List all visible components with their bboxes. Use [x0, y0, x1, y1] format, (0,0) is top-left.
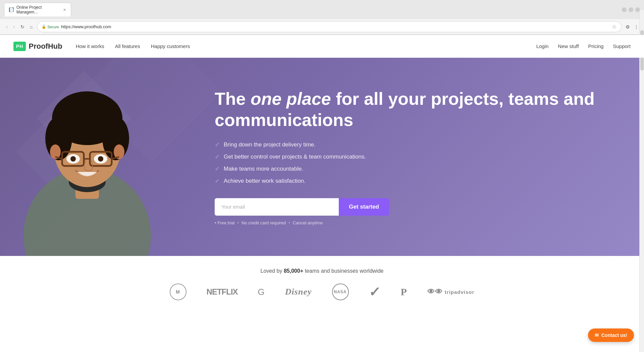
back-button[interactable]: ‹ [4, 23, 10, 31]
hero-section: The one place for all your projects, tea… [0, 58, 644, 256]
check-icon-4: ✓ [215, 177, 220, 185]
reload-button[interactable]: ↻ [18, 24, 26, 30]
logo-tripadvisor: 👁👁 tripadvisor [427, 288, 475, 296]
logo-disney: Disney [285, 287, 312, 297]
nav-link-happy-customers[interactable]: Happy customers [151, 43, 190, 49]
logo-netflix: NETFLIX [207, 287, 238, 297]
extensions-button[interactable]: ⚙ [624, 23, 631, 31]
window-controls [622, 7, 640, 12]
browser-titlebar: 📄 Online Project Managem... ✕ [0, 0, 644, 19]
logo-pinterest: P [401, 286, 407, 298]
free-trial-text: • Free trial [215, 220, 234, 225]
hero-cta-form: Get started [215, 198, 389, 216]
check-icon-3: ✓ [215, 165, 220, 173]
pinterest-letter: P [401, 286, 407, 298]
bullet-item-3: ✓ Make teams more accountable. [215, 165, 617, 173]
logo-text: ProofHub [29, 42, 62, 51]
nav-link-support[interactable]: Support [613, 43, 631, 49]
check-icon-1: ✓ [215, 141, 220, 148]
home-button[interactable]: ⌂ [28, 24, 35, 30]
tab-favicon: 📄 [9, 7, 14, 12]
logo-nasa: NASA [332, 283, 349, 300]
tripadvisor-eyes: 👁👁 [427, 288, 443, 296]
bullet-item-2: ✓ Get better control over projects & tea… [215, 153, 617, 161]
logo-google: G [258, 287, 265, 297]
nasa-circle: NASA [332, 283, 349, 300]
bookmark-button[interactable]: ☆ [611, 23, 617, 31]
secure-badge: 🔒 Secure [42, 25, 59, 29]
hero-person-image [0, 58, 195, 256]
hero-subtext: • Free trial • No credit card required •… [215, 220, 617, 225]
bullet-item-1: ✓ Bring down the project delivery time. [215, 141, 617, 148]
logos-section: Loved by 85,000+ teams and businesses wo… [0, 256, 644, 312]
cancel-anytime-text: Cancel anytime [293, 220, 323, 225]
tab-close-button[interactable]: ✕ [63, 8, 66, 12]
separator-dot-2: • [288, 220, 290, 225]
hero-title: The one place for all your projects, tea… [215, 88, 617, 130]
logo-link[interactable]: PH ProofHub [13, 42, 62, 51]
bullet-text-3: Make teams more accountable. [224, 166, 303, 172]
michigan-circle: M [170, 283, 186, 300]
nav-link-how-it-works[interactable]: How it works [76, 43, 104, 49]
secure-text: Secure [47, 25, 59, 29]
email-input[interactable] [215, 198, 339, 216]
toolbar-actions: ⚙ ⋮ [624, 23, 640, 31]
browser-toolbar: ‹ › ↻ ⌂ 🔒 Secure https://www.proofhub.co… [0, 19, 644, 35]
forward-button[interactable]: › [11, 23, 17, 31]
svg-point-16 [70, 156, 76, 162]
minimize-button[interactable] [622, 7, 627, 12]
lock-icon: 🔒 [42, 25, 46, 29]
bullet-text-2: Get better control over projects & team … [224, 153, 366, 160]
person-svg [0, 61, 174, 256]
nav-right-links: Login New stuff Pricing Support [536, 43, 631, 49]
bullet-text-1: Bring down the project delivery time. [224, 141, 316, 148]
logos-tagline: Loved by 85,000+ teams and businesses wo… [13, 268, 631, 274]
nav-link-all-features[interactable]: All features [115, 43, 140, 49]
check-icon-2: ✓ [215, 153, 220, 161]
nav-link-login[interactable]: Login [536, 43, 549, 49]
customer-count: 85,000+ [284, 268, 303, 274]
site-navigation: PH ProofHub How it works All features Ha… [0, 35, 644, 58]
svg-point-17 [98, 156, 103, 162]
logo-nike: ✓ [368, 284, 381, 300]
bullet-text-4: Achieve better work satisfaction. [224, 178, 306, 184]
tripadvisor-text: tripadvisor [445, 289, 475, 295]
separator-dot-1: • [237, 220, 239, 225]
nav-link-pricing[interactable]: Pricing [588, 43, 604, 49]
menu-button[interactable]: ⋮ [633, 23, 640, 31]
company-logos-row: M NETFLIX G Disney NASA ✓ P 👁👁 tripadvis… [13, 283, 631, 300]
get-started-button[interactable]: Get started [339, 198, 389, 216]
url-text[interactable]: https://www.proofhub.com [61, 24, 609, 29]
browser-chrome: 📄 Online Project Managem... ✕ ‹ › ↻ ⌂ 🔒 … [0, 0, 644, 35]
browser-tab[interactable]: 📄 Online Project Managem... ✕ [4, 3, 71, 16]
hero-title-italic: one place [251, 89, 331, 108]
tab-title: Online Project Managem... [16, 5, 60, 14]
address-bar[interactable]: 🔒 Secure https://www.proofhub.com ☆ [37, 21, 622, 32]
hero-bullets-list: ✓ Bring down the project delivery time. … [215, 141, 617, 185]
nav-link-new-stuff[interactable]: New stuff [558, 43, 579, 49]
hero-content: The one place for all your projects, tea… [195, 58, 644, 256]
maximize-button[interactable] [629, 7, 633, 12]
navigation-buttons: ‹ › ↻ ⌂ [4, 23, 35, 31]
bullet-item-4: ✓ Achieve better work satisfaction. [215, 177, 617, 185]
nav-links: How it works All features Happy customer… [76, 43, 190, 49]
logo-badge: PH [13, 42, 26, 51]
no-credit-card-text: No credit card required [241, 220, 286, 225]
logo-michigan: M [170, 283, 186, 300]
